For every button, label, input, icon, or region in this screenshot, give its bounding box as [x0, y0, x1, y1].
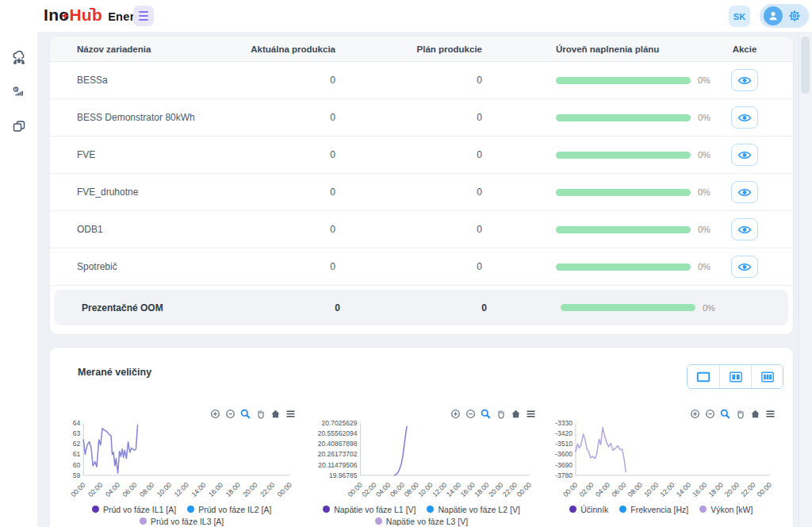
svg-text:00:00: 00:00: [561, 481, 579, 498]
line-chart[interactable]: -3330-3420-3510-3600-3690-378000:0002:00…: [547, 420, 776, 508]
legend-item[interactable]: Prúd vo fáze IL3 [A]: [140, 517, 224, 526]
view-device-button[interactable]: [731, 218, 758, 240]
zoom-out-icon[interactable]: [705, 409, 715, 419]
current-production: 0: [240, 112, 343, 123]
charts-row: 64636261605900:0002:0004:0006:0008:0010:…: [67, 408, 776, 526]
zoom-in-icon[interactable]: [450, 409, 461, 419]
svg-text:02:00: 02:00: [577, 481, 595, 498]
column-header: Názov zariadenia: [50, 44, 240, 54]
view-device-button[interactable]: [731, 181, 758, 203]
svg-text:06:00: 06:00: [610, 481, 627, 498]
home-icon[interactable]: [270, 409, 281, 419]
current-production: 0: [240, 224, 343, 235]
scrollbar-thumb[interactable]: [801, 37, 810, 94]
svg-text:20:00: 20:00: [241, 481, 259, 498]
selection-zoom-icon[interactable]: [720, 409, 730, 419]
home-icon[interactable]: [511, 409, 521, 419]
legend-item[interactable]: Účinník: [569, 505, 608, 514]
progress-bar: [556, 264, 691, 271]
logo-text-red: Hub: [69, 6, 102, 25]
view-device-button[interactable]: [731, 256, 758, 278]
svg-text:10:00: 10:00: [417, 481, 435, 498]
legend-item[interactable]: Napätie vo fáze L3 [V]: [375, 517, 468, 526]
sidebar-item-devices-copy[interactable]: [9, 116, 29, 137]
svg-text:22:00: 22:00: [501, 481, 519, 498]
selection-zoom-icon[interactable]: [481, 409, 491, 419]
menu-icon[interactable]: [526, 409, 536, 419]
legend-item[interactable]: Frekvencia [Hz]: [619, 505, 688, 514]
pan-icon[interactable]: [496, 409, 506, 419]
legend-label: Napätie vo fáze L2 [V]: [438, 505, 519, 514]
plan-production: 0: [343, 75, 490, 86]
layout-single-column-button[interactable]: [688, 365, 719, 388]
zoom-in-icon[interactable]: [210, 409, 220, 419]
plan-production: 0: [343, 112, 490, 123]
left-sidebar: [0, 32, 37, 527]
user-menu[interactable]: [760, 4, 809, 28]
main-content: Názov zariadenia Aktuálna produkcia Plán…: [37, 32, 799, 527]
legend-item[interactable]: Napätie vo fáze L1 [V]: [323, 505, 416, 514]
svg-text:20:00: 20:00: [723, 481, 741, 498]
sidebar-item-production-history[interactable]: [9, 82, 29, 102]
legend-item[interactable]: Prúd vo fáze IL2 [A]: [187, 505, 271, 514]
user-avatar-icon[interactable]: [764, 6, 783, 25]
svg-text:-3510: -3510: [555, 440, 573, 448]
view-device-button[interactable]: [731, 106, 758, 129]
table-row: FVE_druhotne 0 0 0%: [50, 174, 793, 211]
devices-copy-icon: [10, 117, 28, 135]
hamburger-icon: [139, 11, 148, 13]
legend-item[interactable]: Napätie vo fáze L2 [V]: [427, 505, 519, 514]
vertical-scrollbar[interactable]: [799, 32, 812, 527]
svg-text:18:00: 18:00: [707, 481, 724, 498]
column-header: Aktuálna produkcia: [240, 44, 343, 54]
view-device-button[interactable]: [731, 69, 758, 91]
zoom-out-icon[interactable]: [225, 409, 236, 419]
eye-icon: [737, 262, 752, 272]
svg-text:02:00: 02:00: [361, 481, 378, 498]
sidebar-item-cloud-network[interactable]: [9, 48, 29, 68]
device-name: ODB1: [50, 224, 240, 235]
layout-three-columns-button[interactable]: [751, 365, 783, 388]
home-icon[interactable]: [750, 409, 760, 419]
table-row: BESS Demonstrator 80kWh 0 0 0%: [50, 99, 793, 137]
current-production: 0: [240, 149, 343, 160]
svg-text:08:00: 08:00: [403, 481, 420, 498]
legend-label: Prúd vo fáze IL1 [A]: [103, 505, 176, 514]
pan-icon[interactable]: [735, 409, 745, 419]
chart-legend: Prúd vo fáze IL1 [A]Prúd vo fáze IL2 [A]…: [67, 505, 296, 526]
menu-button[interactable]: [133, 6, 154, 26]
pan-icon[interactable]: [255, 409, 266, 419]
svg-text:-3600: -3600: [555, 450, 573, 458]
legend-dot-icon: [323, 506, 330, 513]
chart-legend: ÚčinníkFrekvencia [Hz]Výkon [kW]: [547, 505, 776, 514]
zoom-out-icon[interactable]: [465, 409, 476, 419]
selection-zoom-icon[interactable]: [240, 409, 251, 419]
legend-item[interactable]: Výkon [kW]: [699, 505, 753, 514]
legend-label: Napätie vo fáze L1 [V]: [334, 505, 416, 514]
zoom-in-icon[interactable]: [690, 409, 700, 419]
settings-gear-icon[interactable]: [787, 9, 802, 23]
table-row: FVE 0 0 0%: [50, 137, 793, 174]
chart-toolbar: [67, 408, 296, 419]
svg-text:20:00: 20:00: [487, 481, 504, 498]
legend-label: Prúd vo fáze IL3 [A]: [151, 517, 224, 526]
language-button[interactable]: SK: [729, 6, 750, 27]
legend-item[interactable]: Prúd vo fáze IL1 [A]: [92, 505, 176, 514]
menu-icon[interactable]: [765, 409, 776, 419]
legend-label: Frekvencia [Hz]: [630, 505, 688, 514]
fill-percent: 0%: [703, 303, 715, 313]
chart-panel-power: -3330-3420-3510-3600-3690-378000:0002:00…: [547, 408, 776, 526]
svg-text:00:00: 00:00: [276, 481, 293, 498]
footer-plan: 0: [348, 302, 495, 314]
svg-text:18:00: 18:00: [473, 481, 491, 498]
line-chart[interactable]: 64636261605900:0002:0004:0006:0008:0010:…: [67, 420, 296, 508]
line-chart[interactable]: 20.702562920.5556209420.4086789820.26173…: [307, 420, 535, 508]
menu-icon[interactable]: [285, 409, 296, 419]
footer-name: Prezentačné OOM: [55, 302, 245, 314]
layout-two-columns-button[interactable]: [719, 365, 751, 388]
svg-text:20.11479506: 20.11479506: [319, 461, 358, 469]
svg-text:19.96785: 19.96785: [329, 471, 358, 479]
view-device-button[interactable]: [731, 144, 758, 166]
svg-text:00:00: 00:00: [755, 481, 772, 498]
eye-icon: [737, 113, 752, 123]
